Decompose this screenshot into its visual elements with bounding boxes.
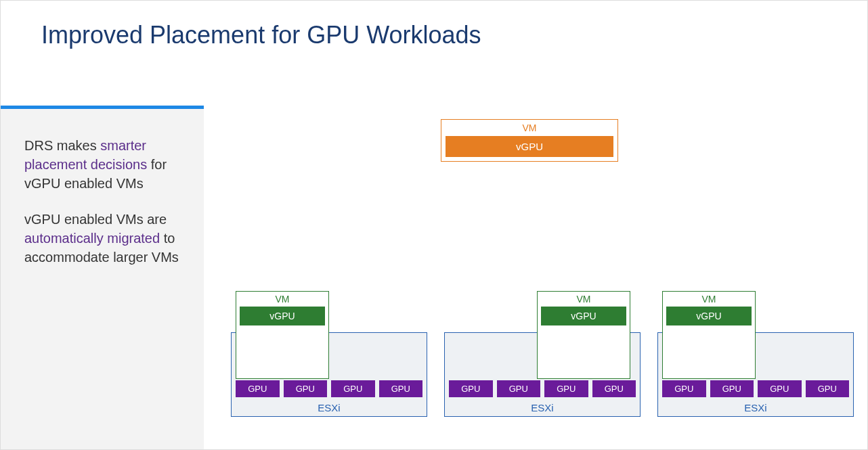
vm-label: VM [441,120,617,136]
gpu-row: GPU GPU GPU GPU [445,380,640,397]
text-highlight: automatically migrated [24,231,160,246]
running-vm-box: VM vGPU [236,291,329,379]
hosts-row: VM vGPU GPU GPU GPU GPU ESXi VM vGPU GPU… [231,332,854,417]
running-vm-box: VM vGPU [662,291,756,379]
gpu-chip: GPU [662,380,706,397]
esxi-host: VM vGPU GPU GPU GPU GPU ESXi [231,332,427,417]
gpu-chip: GPU [379,380,423,397]
sidebar-text-2: vGPU enabled VMs are automatically migra… [24,210,187,267]
gpu-chip: GPU [449,380,493,397]
gpu-chip: GPU [710,380,754,397]
vgpu-label: vGPU [541,307,626,325]
vm-label: VM [236,292,328,307]
gpu-chip: GPU [592,380,636,397]
vm-label: VM [663,292,755,307]
diagram-area: VM vGPU VM vGPU GPU GPU GPU GPU ESXi VM … [231,89,854,427]
gpu-chip: GPU [806,380,850,397]
sidebar-text-1: DRS makes smarter placement decisions fo… [24,136,187,193]
esxi-label: ESXi [232,402,427,413]
gpu-chip: GPU [236,380,280,397]
slide-title: Improved Placement for GPU Workloads [1,1,867,49]
esxi-label: ESXi [445,402,640,413]
vm-label: VM [538,292,630,307]
sidebar-panel: DRS makes smarter placement decisions fo… [1,106,204,450]
gpu-chip: GPU [497,380,541,397]
gpu-chip: GPU [544,380,588,397]
esxi-label: ESXi [658,402,853,413]
gpu-chip: GPU [284,380,328,397]
running-vm-box: VM vGPU [537,291,630,379]
gpu-row: GPU GPU GPU GPU [658,380,853,397]
text-span: DRS makes [24,138,100,153]
vgpu-label: vGPU [666,307,752,325]
pending-vm-box: VM vGPU [441,119,618,162]
vgpu-label: vGPU [240,307,325,325]
esxi-host: VM vGPU GPU GPU GPU GPU ESXi [444,332,641,417]
esxi-host: VM vGPU GPU GPU GPU GPU ESXi [657,332,854,417]
vgpu-label: vGPU [446,136,613,157]
text-span: vGPU enabled VMs are [24,212,167,227]
gpu-chip: GPU [331,380,375,397]
gpu-row: GPU GPU GPU GPU [232,380,427,397]
gpu-chip: GPU [758,380,802,397]
